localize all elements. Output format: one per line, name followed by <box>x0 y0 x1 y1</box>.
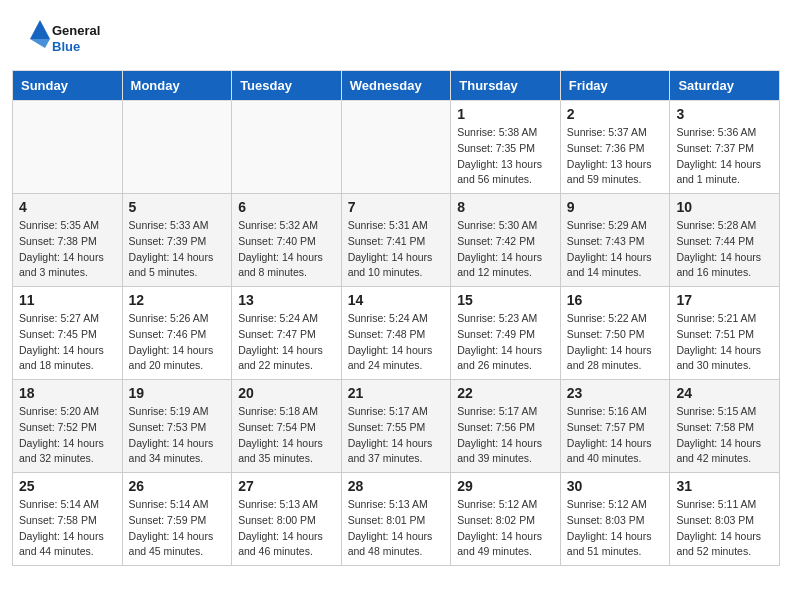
day-info: Sunrise: 5:21 AM Sunset: 7:51 PM Dayligh… <box>676 311 773 374</box>
calendar-cell: 30Sunrise: 5:12 AM Sunset: 8:03 PM Dayli… <box>560 473 670 566</box>
day-number: 23 <box>567 385 664 401</box>
logo: General Blue <box>24 18 114 60</box>
weekday-header-sunday: Sunday <box>13 71 123 101</box>
day-info: Sunrise: 5:26 AM Sunset: 7:46 PM Dayligh… <box>129 311 226 374</box>
day-info: Sunrise: 5:35 AM Sunset: 7:38 PM Dayligh… <box>19 218 116 281</box>
day-number: 19 <box>129 385 226 401</box>
weekday-header-wednesday: Wednesday <box>341 71 451 101</box>
day-number: 1 <box>457 106 554 122</box>
logo-svg: General Blue <box>24 18 114 60</box>
calendar-cell: 6Sunrise: 5:32 AM Sunset: 7:40 PM Daylig… <box>232 194 342 287</box>
weekday-header-tuesday: Tuesday <box>232 71 342 101</box>
day-info: Sunrise: 5:14 AM Sunset: 7:58 PM Dayligh… <box>19 497 116 560</box>
day-number: 5 <box>129 199 226 215</box>
calendar-cell: 13Sunrise: 5:24 AM Sunset: 7:47 PM Dayli… <box>232 287 342 380</box>
day-number: 24 <box>676 385 773 401</box>
day-number: 25 <box>19 478 116 494</box>
day-number: 27 <box>238 478 335 494</box>
calendar-cell: 28Sunrise: 5:13 AM Sunset: 8:01 PM Dayli… <box>341 473 451 566</box>
weekday-header-monday: Monday <box>122 71 232 101</box>
calendar-cell: 8Sunrise: 5:30 AM Sunset: 7:42 PM Daylig… <box>451 194 561 287</box>
day-info: Sunrise: 5:31 AM Sunset: 7:41 PM Dayligh… <box>348 218 445 281</box>
day-info: Sunrise: 5:12 AM Sunset: 8:02 PM Dayligh… <box>457 497 554 560</box>
day-info: Sunrise: 5:13 AM Sunset: 8:00 PM Dayligh… <box>238 497 335 560</box>
calendar-cell <box>341 101 451 194</box>
calendar-cell: 10Sunrise: 5:28 AM Sunset: 7:44 PM Dayli… <box>670 194 780 287</box>
calendar-week-row: 25Sunrise: 5:14 AM Sunset: 7:58 PM Dayli… <box>13 473 780 566</box>
svg-text:General: General <box>52 23 100 38</box>
calendar-cell: 29Sunrise: 5:12 AM Sunset: 8:02 PM Dayli… <box>451 473 561 566</box>
day-number: 6 <box>238 199 335 215</box>
calendar-week-row: 4Sunrise: 5:35 AM Sunset: 7:38 PM Daylig… <box>13 194 780 287</box>
day-info: Sunrise: 5:23 AM Sunset: 7:49 PM Dayligh… <box>457 311 554 374</box>
calendar-cell: 14Sunrise: 5:24 AM Sunset: 7:48 PM Dayli… <box>341 287 451 380</box>
calendar-cell: 24Sunrise: 5:15 AM Sunset: 7:58 PM Dayli… <box>670 380 780 473</box>
calendar-cell: 27Sunrise: 5:13 AM Sunset: 8:00 PM Dayli… <box>232 473 342 566</box>
calendar-cell: 3Sunrise: 5:36 AM Sunset: 7:37 PM Daylig… <box>670 101 780 194</box>
calendar-cell: 15Sunrise: 5:23 AM Sunset: 7:49 PM Dayli… <box>451 287 561 380</box>
day-number: 7 <box>348 199 445 215</box>
day-info: Sunrise: 5:24 AM Sunset: 7:48 PM Dayligh… <box>348 311 445 374</box>
calendar-cell <box>13 101 123 194</box>
calendar-cell: 7Sunrise: 5:31 AM Sunset: 7:41 PM Daylig… <box>341 194 451 287</box>
day-info: Sunrise: 5:36 AM Sunset: 7:37 PM Dayligh… <box>676 125 773 188</box>
day-info: Sunrise: 5:29 AM Sunset: 7:43 PM Dayligh… <box>567 218 664 281</box>
calendar-cell: 19Sunrise: 5:19 AM Sunset: 7:53 PM Dayli… <box>122 380 232 473</box>
calendar-week-row: 11Sunrise: 5:27 AM Sunset: 7:45 PM Dayli… <box>13 287 780 380</box>
day-number: 9 <box>567 199 664 215</box>
calendar-cell: 26Sunrise: 5:14 AM Sunset: 7:59 PM Dayli… <box>122 473 232 566</box>
day-number: 29 <box>457 478 554 494</box>
day-number: 13 <box>238 292 335 308</box>
calendar-week-row: 18Sunrise: 5:20 AM Sunset: 7:52 PM Dayli… <box>13 380 780 473</box>
calendar-table: SundayMondayTuesdayWednesdayThursdayFrid… <box>12 70 780 566</box>
calendar-cell <box>122 101 232 194</box>
calendar-cell: 5Sunrise: 5:33 AM Sunset: 7:39 PM Daylig… <box>122 194 232 287</box>
calendar-cell: 1Sunrise: 5:38 AM Sunset: 7:35 PM Daylig… <box>451 101 561 194</box>
day-number: 11 <box>19 292 116 308</box>
calendar-body: 1Sunrise: 5:38 AM Sunset: 7:35 PM Daylig… <box>13 101 780 566</box>
calendar-cell: 22Sunrise: 5:17 AM Sunset: 7:56 PM Dayli… <box>451 380 561 473</box>
day-number: 8 <box>457 199 554 215</box>
day-number: 31 <box>676 478 773 494</box>
day-info: Sunrise: 5:17 AM Sunset: 7:55 PM Dayligh… <box>348 404 445 467</box>
day-number: 16 <box>567 292 664 308</box>
day-number: 22 <box>457 385 554 401</box>
day-number: 15 <box>457 292 554 308</box>
day-info: Sunrise: 5:30 AM Sunset: 7:42 PM Dayligh… <box>457 218 554 281</box>
weekday-header-thursday: Thursday <box>451 71 561 101</box>
page-container: General Blue SundayMondayTuesdayWednesda… <box>0 0 792 578</box>
day-info: Sunrise: 5:18 AM Sunset: 7:54 PM Dayligh… <box>238 404 335 467</box>
day-info: Sunrise: 5:38 AM Sunset: 7:35 PM Dayligh… <box>457 125 554 188</box>
day-info: Sunrise: 5:37 AM Sunset: 7:36 PM Dayligh… <box>567 125 664 188</box>
day-number: 12 <box>129 292 226 308</box>
calendar-cell: 9Sunrise: 5:29 AM Sunset: 7:43 PM Daylig… <box>560 194 670 287</box>
svg-marker-3 <box>30 39 50 48</box>
day-info: Sunrise: 5:28 AM Sunset: 7:44 PM Dayligh… <box>676 218 773 281</box>
day-info: Sunrise: 5:19 AM Sunset: 7:53 PM Dayligh… <box>129 404 226 467</box>
calendar-wrapper: SundayMondayTuesdayWednesdayThursdayFrid… <box>0 70 792 578</box>
day-number: 4 <box>19 199 116 215</box>
day-info: Sunrise: 5:22 AM Sunset: 7:50 PM Dayligh… <box>567 311 664 374</box>
day-info: Sunrise: 5:14 AM Sunset: 7:59 PM Dayligh… <box>129 497 226 560</box>
day-info: Sunrise: 5:20 AM Sunset: 7:52 PM Dayligh… <box>19 404 116 467</box>
calendar-cell: 20Sunrise: 5:18 AM Sunset: 7:54 PM Dayli… <box>232 380 342 473</box>
day-number: 14 <box>348 292 445 308</box>
svg-text:Blue: Blue <box>52 39 80 54</box>
day-number: 28 <box>348 478 445 494</box>
calendar-week-row: 1Sunrise: 5:38 AM Sunset: 7:35 PM Daylig… <box>13 101 780 194</box>
day-number: 18 <box>19 385 116 401</box>
day-info: Sunrise: 5:32 AM Sunset: 7:40 PM Dayligh… <box>238 218 335 281</box>
calendar-cell: 4Sunrise: 5:35 AM Sunset: 7:38 PM Daylig… <box>13 194 123 287</box>
weekday-header-saturday: Saturday <box>670 71 780 101</box>
day-number: 10 <box>676 199 773 215</box>
day-info: Sunrise: 5:17 AM Sunset: 7:56 PM Dayligh… <box>457 404 554 467</box>
day-number: 30 <box>567 478 664 494</box>
calendar-cell: 11Sunrise: 5:27 AM Sunset: 7:45 PM Dayli… <box>13 287 123 380</box>
day-number: 17 <box>676 292 773 308</box>
calendar-cell: 12Sunrise: 5:26 AM Sunset: 7:46 PM Dayli… <box>122 287 232 380</box>
day-number: 2 <box>567 106 664 122</box>
day-number: 3 <box>676 106 773 122</box>
day-number: 21 <box>348 385 445 401</box>
weekday-header-friday: Friday <box>560 71 670 101</box>
page-header: General Blue <box>0 0 792 70</box>
